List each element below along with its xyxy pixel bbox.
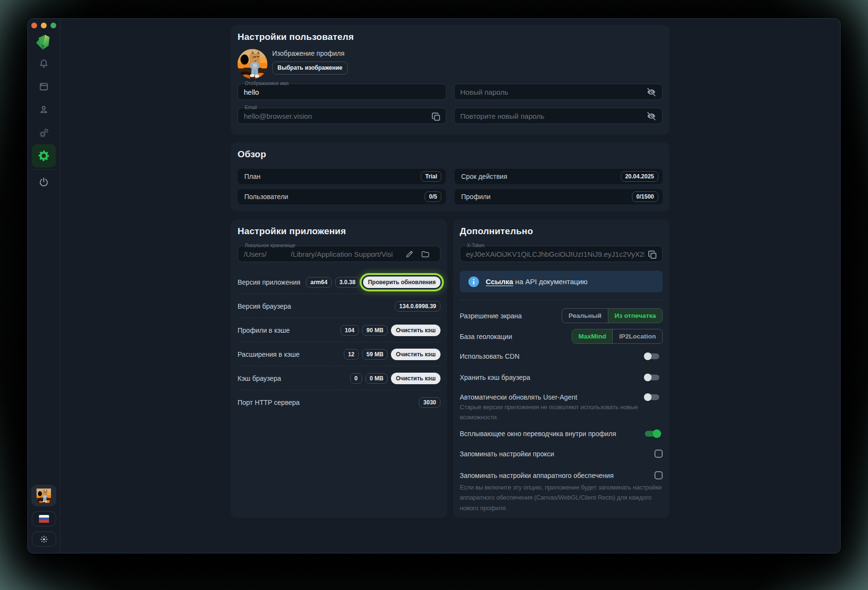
port-badge: 3030	[419, 397, 440, 408]
choose-image-button[interactable]: Выбрать изображение	[272, 62, 348, 75]
row-label: Версия приложения	[238, 278, 301, 286]
option-maxmind[interactable]: MaxMind	[572, 329, 613, 343]
sidebar-item-profiles[interactable]	[32, 75, 56, 98]
overview-card: Обзор План Trial Срок действия 20.04.202…	[231, 142, 669, 212]
email-field[interactable]: Email hello@browser.vision	[238, 108, 446, 124]
local-storage-label: Локальное хранилище	[243, 243, 297, 249]
stat-users: Пользователи 0/5	[238, 189, 446, 204]
sun-icon	[40, 535, 48, 543]
sidebar-item-users[interactable]	[32, 98, 56, 121]
app-window: Настройки пользователя Изображение профи…	[27, 18, 841, 553]
display-name-label: Отображаемое имя	[243, 81, 290, 87]
browser-window-icon	[38, 81, 49, 92]
user-avatar	[37, 489, 51, 503]
gears-icon	[39, 128, 49, 138]
x-token-field[interactable]: X-Token eyJ0eXAiOiJKV1QiLCJhbGciOiJIUzI1…	[460, 246, 663, 262]
sidebar	[28, 19, 60, 553]
show-password-button[interactable]	[646, 87, 656, 97]
option-label: Всплывающее окно переводчика внутри проф…	[460, 430, 616, 438]
copy-icon	[431, 112, 440, 121]
minimize-button[interactable]	[41, 23, 47, 28]
stat-label: Профили	[461, 193, 491, 201]
row-label: Порт HTTP сервера	[238, 399, 300, 406]
traffic-lights	[31, 23, 56, 28]
person-icon	[38, 104, 49, 115]
version-badge: 3.0.38	[335, 277, 360, 288]
copy-email-button[interactable]	[431, 112, 440, 121]
auto-update-ua-description: Старые версии приложения не позволяют ис…	[460, 402, 664, 423]
sidebar-item-notifications[interactable]	[32, 52, 56, 75]
option-label: Использовать CDN	[460, 352, 519, 360]
sidebar-item-settings[interactable]	[32, 144, 56, 167]
zoom-button[interactable]	[50, 23, 56, 28]
sidebar-item-automation[interactable]	[32, 121, 56, 144]
check-updates-button[interactable]: Проверить обновления	[363, 276, 440, 288]
profiles-cache-row: Профили в кэше 104 90 MB Очистить кэш	[238, 318, 440, 342]
profile-image-label: Изображение профиля	[272, 50, 348, 57]
clear-browser-cache-button[interactable]: Очистить кэш	[391, 373, 440, 384]
app-logo-icon	[35, 33, 52, 51]
use-cdn-switch[interactable]	[644, 351, 660, 361]
remember-hardware-row: Запоминать настройки аппаратного обеспеч…	[460, 471, 663, 480]
display-name-field[interactable]: Отображаемое имя hello	[238, 84, 446, 100]
app-settings-title: Настройки приложения	[238, 226, 440, 237]
auto-update-ua-row: Автоматически обновлять User-Agent	[460, 392, 663, 402]
additional-card: Дополнительно X-Token eyJ0eXAiOiJKV1QiLC…	[453, 219, 669, 518]
browser-version-row: Версия браузера 134.0.6998.39	[238, 294, 440, 318]
sidebar-item-logout[interactable]	[32, 171, 56, 194]
eye-off-icon	[646, 111, 656, 121]
count-badge: 12	[344, 349, 359, 360]
new-password-placeholder: Новый пароль	[460, 88, 642, 96]
clear-profiles-cache-button[interactable]: Очистить кэш	[391, 325, 440, 336]
app-version-row: Версия приложения arm64 3.0.38 Проверить…	[238, 270, 440, 294]
power-icon	[38, 176, 50, 188]
edit-storage-button[interactable]	[405, 250, 414, 259]
row-label: Профили в кэше	[238, 326, 290, 334]
remember-proxy-checkbox[interactable]	[654, 450, 663, 458]
api-doc-banner: Ссылка на API документацию	[460, 271, 663, 292]
stat-label: План	[244, 173, 261, 180]
russian-flag-icon	[39, 515, 49, 523]
clear-extensions-cache-button[interactable]: Очистить кэш	[391, 349, 440, 360]
option-real[interactable]: Реальный	[562, 309, 608, 323]
size-badge: 90 MB	[362, 325, 388, 336]
api-doc-link[interactable]: Ссылка	[486, 277, 513, 286]
use-cdn-row: Использовать CDN	[460, 351, 663, 361]
http-port-row: Порт HTTP сервера 3030	[238, 390, 440, 414]
copy-token-button[interactable]	[647, 250, 656, 259]
open-folder-button[interactable]	[421, 250, 430, 259]
row-label: Кэш браузера	[238, 375, 281, 382]
row-label: Версия браузера	[238, 302, 291, 310]
repeat-password-field[interactable]: Повторите новый пароль	[454, 108, 663, 124]
remember-hardware-checkbox[interactable]	[654, 471, 663, 479]
stat-plan: План Trial	[238, 169, 446, 184]
x-token-value: eyJ0eXAiOiJKV1QiLCJhbGciOiJIUzI1NiJ9.eyJ…	[466, 250, 644, 258]
show-repeat-password-button[interactable]	[646, 111, 656, 121]
user-settings-title: Настройки пользователя	[238, 32, 663, 42]
new-password-field[interactable]: Новый пароль	[454, 84, 663, 100]
pencil-icon	[405, 250, 414, 259]
bell-icon	[38, 58, 49, 69]
theme-toggle-button[interactable]	[32, 531, 56, 547]
option-from-fingerprint[interactable]: Из отпечатка	[608, 309, 662, 323]
language-button[interactable]	[32, 511, 56, 527]
auto-update-ua-switch[interactable]	[644, 392, 660, 402]
translator-popup-switch[interactable]	[644, 429, 660, 439]
close-button[interactable]	[31, 23, 37, 28]
remember-hardware-description: Если вы включите эту опцию, приложение б…	[460, 482, 664, 513]
size-badge: 59 MB	[362, 349, 388, 360]
stat-label: Пользователи	[244, 193, 288, 201]
option-ip2location[interactable]: IP2Location	[612, 329, 662, 343]
option-label: Хранить кэш браузера	[460, 374, 530, 381]
local-storage-field[interactable]: Локальное хранилище /Users/ /Library/App…	[238, 246, 440, 262]
email-label: Email	[243, 105, 259, 111]
option-label: Запоминать настройки аппаратного обеспеч…	[460, 472, 614, 479]
sidebar-avatar-button[interactable]	[31, 485, 56, 506]
browser-version-badge: 134.0.6998.39	[395, 301, 440, 312]
screen-resolution-toggle-group: Реальный Из отпечатка	[562, 308, 663, 323]
option-label: Запоминать настройки прокси	[460, 450, 554, 458]
keep-browser-cache-switch[interactable]	[644, 373, 660, 382]
info-icon	[468, 276, 479, 287]
main-content: Настройки пользователя Изображение профи…	[60, 19, 840, 553]
count-badge: 0	[350, 373, 362, 384]
